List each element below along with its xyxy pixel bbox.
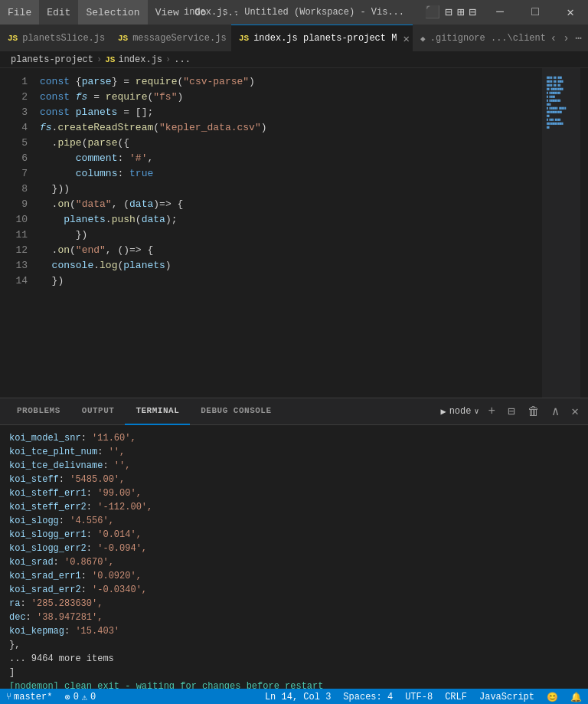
code-line-1: const {parse} = require("csv-parse") <box>40 74 542 90</box>
tab-label: planetsSlice.js <box>22 33 105 44</box>
js-icon: JS <box>8 34 18 43</box>
menu-edit[interactable]: Edit <box>39 0 78 25</box>
window-title: index.js - Untitled (Workspace) - Vis... <box>184 7 404 18</box>
tab-index[interactable]: JS index.js planets-project M ✕ <box>231 25 413 51</box>
terminal-line: koi_srad_err2: '-0.0340', <box>9 583 579 597</box>
layout-icon[interactable]: ⊟ <box>445 5 452 20</box>
breadcrumb-project[interactable]: planets-project <box>11 54 93 65</box>
bell-icon: 🔔 <box>570 692 582 703</box>
js-icon: JS <box>239 34 249 43</box>
code-line-6: comment: '#', <box>40 151 542 166</box>
tab-close-icon[interactable]: ✕ <box>403 32 409 45</box>
tab-nav-right-icon[interactable]: › <box>563 32 569 44</box>
menu-view[interactable]: View <box>148 0 187 25</box>
panel-tabs: PROBLEMS OUTPUT TERMINAL DEBUG CONSOLE ▶… <box>0 398 588 425</box>
terminal-line: koi_srad_err1: '0.0920', <box>9 569 579 583</box>
terminal-line: ra: '285.283630', <box>9 597 579 611</box>
feedback-item[interactable]: 😊 <box>541 689 564 704</box>
code-line-2: const fs = require("fs") <box>40 90 542 105</box>
terminal-line: koi_slogg: '4.556', <box>9 514 579 528</box>
encoding-item[interactable]: UTF-8 <box>399 689 439 704</box>
minimize-button[interactable]: ─ <box>482 0 518 25</box>
code-line-5: .pipe(parse({ <box>40 136 542 151</box>
window-controls: ⬛ ⊟ ⊞ ⊟ ─ □ ✕ <box>425 0 588 25</box>
line-numbers: 1 2 3 4 5 6 7 8 9 10 11 12 13 14 <box>0 68 34 398</box>
close-panel-icon[interactable]: ✕ <box>568 402 582 421</box>
new-terminal-icon[interactable]: + <box>485 403 498 420</box>
tabs-bar: JS planetsSlice.js JS messageService.js … <box>0 25 588 51</box>
terminal-line: ] <box>9 666 579 679</box>
tab-label: messageService.js <box>132 33 226 44</box>
collapse-panel-icon[interactable]: ∧ <box>549 402 563 421</box>
position-label: Ln 14, Col 3 <box>265 692 331 702</box>
status-left: ⑂ master* ⊗ 0 ⚠ 0 <box>0 689 102 704</box>
breadcrumb-sep2: › <box>165 54 171 65</box>
terminal-line: koi_kepmag: '15.403' <box>9 624 579 638</box>
language-item[interactable]: JavaScript <box>473 689 541 704</box>
breadcrumb-file[interactable]: index.js <box>118 54 162 65</box>
terminal-line: }, <box>9 638 579 652</box>
terminal-line: koi_steff_err2: '-112.00', <box>9 500 579 514</box>
terminal-content[interactable]: koi_model_snr: '11.60', koi_tce_plnt_num… <box>0 425 588 689</box>
cursor-position[interactable]: Ln 14, Col 3 <box>259 689 337 704</box>
bell-item[interactable]: 🔔 <box>564 689 588 704</box>
terminal-dropdown-icon[interactable]: ∨ <box>474 407 479 416</box>
term-key: dec <box>9 612 26 623</box>
tab-terminal[interactable]: TERMINAL <box>125 398 190 425</box>
terminal-line: dec: '38.947281', <box>9 611 579 624</box>
terminal-more-items: ... 9464 more items <box>9 652 579 666</box>
code-editor[interactable]: const {parse} = require("csv-parse") con… <box>34 68 542 398</box>
code-line-4: fs.createReadStream("kepler_data.csv") <box>40 120 542 136</box>
breadcrumb-icon: JS <box>105 55 115 64</box>
split-terminal-icon[interactable]: ⊟ <box>505 402 518 421</box>
error-count: 0 <box>74 692 79 702</box>
tab-problems[interactable]: PROBLEMS <box>6 398 71 425</box>
menu-file[interactable]: File <box>0 0 39 25</box>
spaces-item[interactable]: Spaces: 4 <box>337 689 399 704</box>
title-bar: File Edit Selection View Go ... index.js… <box>0 0 588 25</box>
editor-scrollbar[interactable] <box>580 68 588 398</box>
remote-icon[interactable]: ⬛ <box>425 5 440 20</box>
close-button[interactable]: ✕ <box>553 0 588 25</box>
panel-area: PROBLEMS OUTPUT TERMINAL DEBUG CONSOLE ▶… <box>0 398 588 689</box>
terminal-type: ▶ node ∨ <box>440 406 479 417</box>
tab-debug-console[interactable]: DEBUG CONSOLE <box>190 398 282 425</box>
trash-icon[interactable]: 🗑 <box>524 403 543 421</box>
line-ending-item[interactable]: CRLF <box>439 689 473 704</box>
term-key: koi_tce_delivname <box>9 460 103 471</box>
menu-selection[interactable]: Selection <box>78 0 147 25</box>
breadcrumb: planets-project › JS index.js › ... <box>0 51 588 68</box>
split-icon[interactable]: ⊞ <box>457 5 465 20</box>
tab-planetsslice[interactable]: JS planetsSlice.js <box>0 25 110 51</box>
code-line-12: .on("end", ()=> { <box>40 243 542 258</box>
nodemon-message: [nodemon] clean exit - waiting for chang… <box>9 681 323 689</box>
terminal-label[interactable]: node <box>449 406 472 417</box>
term-key: koi_steff_err2 <box>9 502 87 512</box>
title-bar-icons: ⬛ ⊟ ⊞ ⊟ <box>425 5 482 20</box>
terminal-line: koi_steff: '5485.00', <box>9 473 579 486</box>
tab-gitignore[interactable]: ◆ .gitignore ...\client <box>413 25 550 51</box>
grid-icon[interactable]: ⊟ <box>469 5 476 20</box>
term-key: koi_kepmag <box>9 626 64 637</box>
terminal-line: koi_model_snr: '11.60', <box>9 431 579 445</box>
panel-controls: ▶ node ∨ + ⊟ 🗑 ∧ ✕ <box>440 398 582 424</box>
git-icon: ⑂ <box>6 692 11 702</box>
term-key: koi_tce_plnt_num <box>9 447 97 457</box>
code-line-9: .on("data", (data)=> { <box>40 197 542 212</box>
tab-output[interactable]: OUTPUT <box>71 398 126 425</box>
tab-nav-left-icon[interactable]: ‹ <box>550 32 557 44</box>
terminal-line: koi_steff_err1: '99.00', <box>9 486 579 500</box>
restore-button[interactable]: □ <box>518 0 553 25</box>
more-tabs-icon[interactable]: ⋯ <box>576 31 582 44</box>
git-branch[interactable]: ⑂ master* <box>0 689 58 704</box>
terminal-line: koi_tce_plnt_num: '', <box>9 445 579 459</box>
status-right: Ln 14, Col 3 Spaces: 4 UTF-8 CRLF JavaSc… <box>259 689 588 704</box>
errors-item[interactable]: ⊗ 0 ⚠ 0 <box>58 689 102 704</box>
code-line-10: planets.push(data); <box>40 212 542 228</box>
terminal-run-icon: ▶ <box>440 406 446 417</box>
terminal-line: koi_tce_delivname: '', <box>9 459 579 473</box>
code-line-8: }))​ <box>40 182 542 197</box>
tab-messageservice[interactable]: JS messageService.js <box>110 25 231 51</box>
breadcrumb-symbol[interactable]: ... <box>174 54 191 65</box>
term-key: koi_steff_err1 <box>9 488 87 499</box>
